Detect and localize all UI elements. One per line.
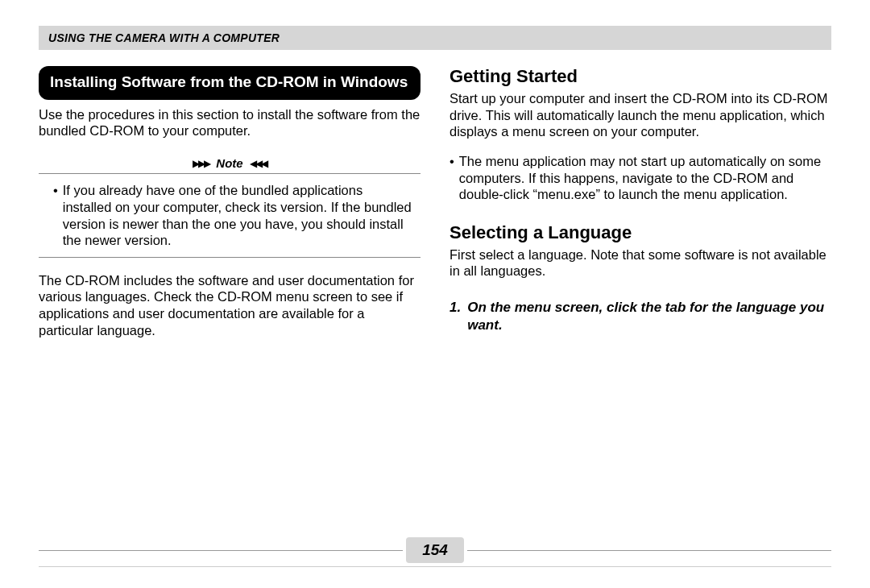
topic-heading: Installing Software from the CD-ROM in W… <box>39 66 420 100</box>
page-footer: 154 <box>39 537 831 567</box>
footer-line: 154 <box>39 537 831 563</box>
selecting-language-heading: Selecting a Language <box>450 222 831 243</box>
note-bullet-text: If you already have one of the bundled a… <box>63 182 414 249</box>
footer-rule-left <box>39 550 403 551</box>
step-1: 1. On the menu screen, click the tab for… <box>450 299 831 334</box>
section-header-bar: USING THE CAMERA WITH A COMPUTER <box>39 26 831 50</box>
manual-page: USING THE CAMERA WITH A COMPUTER Install… <box>0 0 870 588</box>
page-number: 154 <box>406 537 464 563</box>
bullet-dot-icon: • <box>450 153 454 203</box>
after-note-paragraph: The CD-ROM includes the software and use… <box>39 272 420 339</box>
note-box: • If you already have one of the bundled… <box>39 173 420 258</box>
note-arrows-right-icon: ◀◀◀ <box>250 158 267 169</box>
getting-started-heading: Getting Started <box>450 66 831 87</box>
note-label: Note <box>216 156 242 170</box>
selecting-language-paragraph: First select a language. Note that some … <box>450 246 831 280</box>
note-label-row: ▶▶▶ Note ◀◀◀ <box>39 155 420 170</box>
getting-started-paragraph: Start up your computer and insert the CD… <box>450 90 831 140</box>
getting-started-bullet: • The menu application may not start up … <box>450 153 831 203</box>
right-column: Getting Started Start up your computer a… <box>450 66 831 351</box>
step-text: On the menu screen, click the tab for th… <box>467 299 831 334</box>
left-column: Installing Software from the CD-ROM in W… <box>39 66 420 351</box>
bullet-dot-icon: • <box>53 182 58 249</box>
footer-thin-rule <box>39 566 831 567</box>
intro-paragraph: Use the procedures in this section to in… <box>39 106 420 139</box>
content-columns: Installing Software from the CD-ROM in W… <box>39 66 831 351</box>
getting-started-bullet-text: The menu application may not start up au… <box>459 153 831 203</box>
section-header-text: USING THE CAMERA WITH A COMPUTER <box>48 31 280 44</box>
note-bullet: • If you already have one of the bundled… <box>45 182 414 249</box>
footer-rule-right <box>467 550 831 551</box>
note-arrows-left-icon: ▶▶▶ <box>193 158 209 169</box>
step-number: 1. <box>450 299 461 334</box>
